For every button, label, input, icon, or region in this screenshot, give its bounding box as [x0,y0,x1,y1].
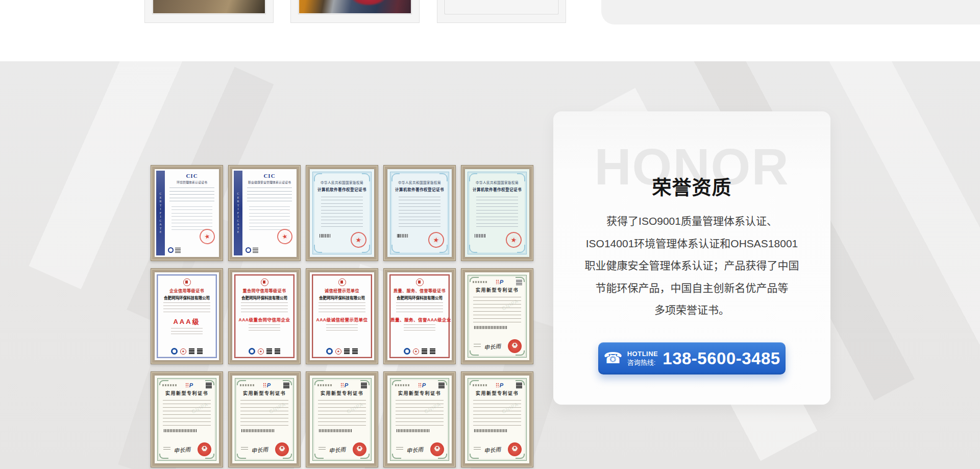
project-photo-card[interactable] [437,0,566,23]
certificate-utility-patent[interactable]: CNIPA P 实用新型专利证书 申长雨 [228,371,301,467]
qr-code-icon [197,348,203,354]
certificate-cic[interactable]: CERTIFICATE CIC 环境管理体系认证证书 ★ [151,165,223,261]
border-flourish-icon [470,277,479,282]
certificate-grid: CERTIFICATE CIC 环境管理体系认证证书 ★ CERTIFICATE… [151,165,533,467]
certificate-text-lines [247,187,292,203]
cic-logo-icon [168,247,174,253]
certificate-utility-patent[interactable]: CNIPA P 实用新型专利证书 申长雨 [306,371,378,467]
certificate-utility-patent[interactable]: CNIPA P 实用新型专利证书 申长雨 [383,371,456,467]
qr-code-icon [266,348,272,354]
association-logo-icon [249,348,255,355]
red-emblem-icon [338,278,346,286]
commissioner-signature: 申长雨 [483,444,501,454]
project-photo-card[interactable] [290,0,420,23]
border-flourish-icon [314,245,322,253]
certificate-title: 诚信经营示范单位 [313,288,371,293]
company-name: 合肥珂玛环保科技有限公司 [390,295,449,300]
certificate-credit-rating[interactable]: 诚信经营示范单位 合肥珂玛环保科技有限公司 AAA级诚信经营示范单位 ★ [306,268,378,364]
certificate-title: 计算机软件著作权登记证书 [468,186,526,192]
association-logo-icon [171,348,178,355]
certificate-text-lines [169,187,214,203]
barcode-icon [475,234,486,238]
hotline-number: 138-5600-3485 [663,349,780,368]
border-flourish-icon [392,380,401,385]
border-flourish-icon [517,173,525,181]
certificate-text-lines [241,302,287,315]
certificate-credit-rating[interactable]: 企业信用等级证书 合肥珂玛环保科技有限公司 AAA级 ★ [151,268,223,364]
certificate-text-lines [399,197,440,228]
honor-section: CERTIFICATE CIC 环境管理体系认证证书 ★ CERTIFICATE… [0,61,980,469]
certificate-software-copyright[interactable]: 中华人民共和国国家版权局 计算机软件著作权登记证书 ★ [461,165,533,261]
certificate-side-band: CERTIFICATE [156,171,165,255]
qr-code-icon [422,348,427,354]
certificate-text-lines [318,302,365,315]
certificate-utility-patent[interactable]: CNIPA P 实用新型专利证书 申长雨 [151,371,223,467]
hotline-button[interactable]: ☎ HOTLINE 咨询热线: 138-5600-3485 [598,342,786,374]
certificate-text-lines [396,302,443,315]
signer-role-line [318,447,326,452]
qr-code-icon [344,348,350,354]
hotline-label-zh: 咨询热线: [627,359,656,367]
cnipa-logo-icon: P [345,382,348,388]
signer-role-line [396,447,403,452]
certificate-grade: 质量、服务、信誉AAA级企业 [390,316,449,322]
barcode-icon [474,429,507,432]
certificate-title: 实用新型专利证书 [158,390,216,396]
certificate-utility-patent[interactable]: CNIPA P 实用新型专利证书 申长雨 [461,268,533,364]
company-name: 合肥珂玛环保科技有限公司 [235,295,293,300]
certificate-title: 实用新型专利证书 [468,287,526,293]
certificate-text-lines [249,324,281,333]
certificate-title: 企业信用等级证书 [158,288,216,293]
red-emblem-icon [416,278,424,286]
certificate-utility-patent[interactable]: CNIPA P 实用新型专利证书 申长雨 [461,371,533,467]
red-seal-icon [353,442,366,456]
certificate-grade: AAA级诚信经营示范单位 [313,316,371,322]
cnipa-logo-icon: P [500,382,503,388]
certificate-text-lines [473,297,521,324]
cic-logo-icon [246,247,251,253]
certificate-cic[interactable]: CERTIFICATE CIC 职业健康安全管理体系认证证书 ★ [228,165,301,261]
signer-role-line [163,447,170,452]
phone-icon: ☎ [603,350,622,366]
qr-code-icon [275,348,280,354]
certificate-text-lines [318,400,365,428]
star-seal-icon: ★ [258,348,264,355]
certificate-software-copyright[interactable]: 中华人民共和国国家版权局 计算机软件著作权登记证书 ★ [306,165,378,261]
certificate-text-lines [249,206,290,231]
project-photo-card[interactable] [144,0,274,23]
certificate-issuer-logo: CIC [167,173,216,179]
certificate-title: 质量、服务、信誉等级证书 [390,288,449,293]
red-seal-icon [430,442,444,456]
certificate-text-lines [404,324,436,333]
certificate-software-copyright[interactable]: 中华人民共和国国家版权局 计算机软件著作权登记证书 ★ [383,165,456,261]
border-flourish-icon [391,173,400,181]
red-seal-icon [508,442,522,456]
certificate-side-band: CERTIFICATE [234,171,242,255]
certificate-text-lines [163,400,210,428]
qr-code-icon [253,247,258,253]
certificate-text-lines [396,400,443,428]
red-seal-icon [275,442,289,456]
association-logo-icon [404,348,410,355]
cnipa-logo-icon: P [267,382,271,388]
border-flourish-icon [439,173,448,181]
qr-code-icon [175,247,181,253]
red-emblem-icon [183,278,191,286]
commissioner-signature: 申长雨 [406,444,423,454]
certificate-text-lines [163,302,210,315]
previous-section-strip [0,0,980,61]
certificate-title: 环境管理体系认证证书 [167,180,216,184]
barcode-icon [320,234,331,238]
company-name: 合肥珂玛环保科技有限公司 [158,295,216,300]
border-flourish-icon [362,173,370,181]
red-emblem-icon [261,278,268,286]
border-flourish-icon [159,380,168,385]
certificate-credit-rating[interactable]: 质量、服务、信誉等级证书 合肥珂玛环保科技有限公司 质量、服务、信誉AAA级企业… [383,268,456,364]
certificate-text-lines [172,206,213,231]
certificate-credit-rating[interactable]: 重合同守信用等级证书 合肥珂玛环保科技有限公司 AAA级重合同守信用企业 ★ [228,268,301,364]
border-flourish-icon [314,380,324,385]
border-flourish-icon [283,380,292,385]
border-flourish-icon [469,245,477,253]
border-flourish-icon [360,380,370,385]
hotline-label-en: HOTLINE [627,350,658,358]
